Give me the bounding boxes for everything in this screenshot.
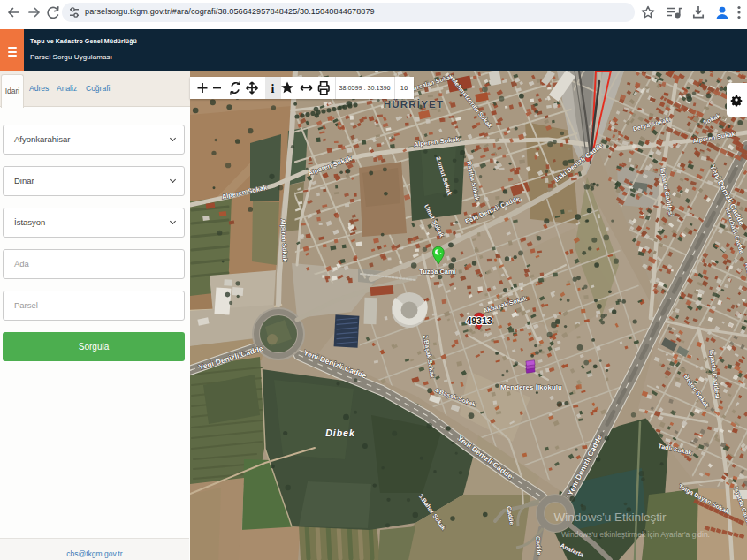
svg-text:Windows'u etkinleştirmek için: Windows'u etkinleştirmek için Ayarlar'a … — [561, 530, 710, 539]
svg-text:i: i — [271, 82, 275, 95]
svg-text:Windows'u Etkinleştir: Windows'u Etkinleştir — [553, 511, 667, 524]
svg-text:Dibek: Dibek — [325, 428, 355, 438]
svg-text:Tuzba Cami: Tuzba Cami — [419, 268, 456, 276]
svg-text:Menderes İlkokulu: Menderes İlkokulu — [500, 383, 562, 391]
svg-text:HÜRRİYET: HÜRRİYET — [384, 99, 444, 110]
svg-text:49313: 49313 — [466, 315, 492, 326]
